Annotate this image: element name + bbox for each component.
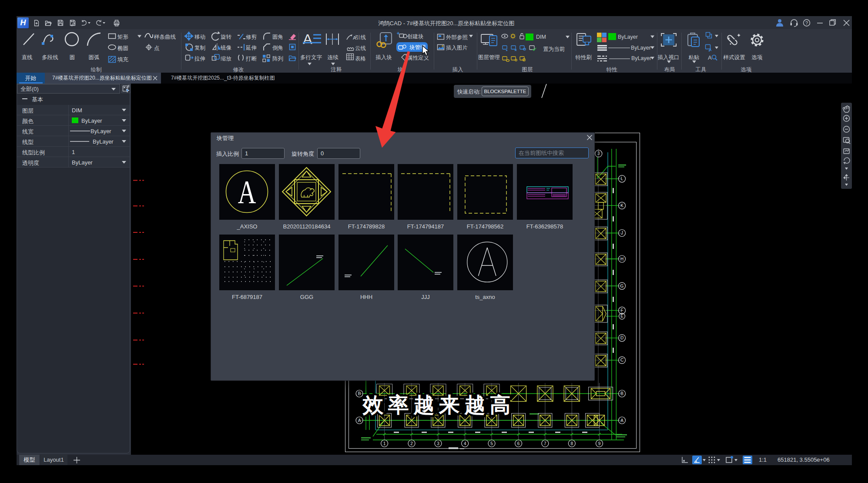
svg-text:效率越来越高: 效率越来越高: [362, 393, 515, 416]
